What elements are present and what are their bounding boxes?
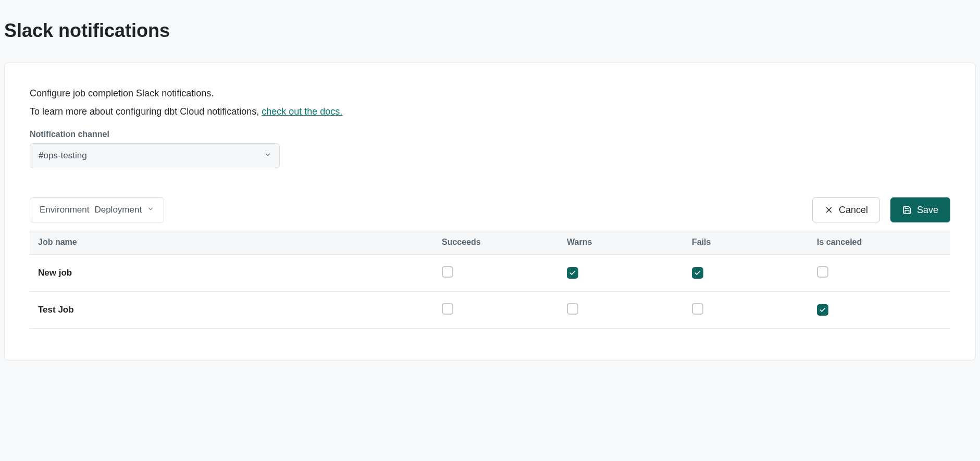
checkbox-warns[interactable]: [567, 303, 578, 315]
col-header-fails: Fails: [692, 238, 817, 247]
description-line-2: To learn more about configuring dbt Clou…: [30, 106, 950, 117]
page-title: Slack notifications: [4, 20, 976, 42]
settings-card: Configure job completion Slack notificat…: [4, 63, 976, 360]
table-row: Test Job: [30, 292, 950, 329]
environment-filter[interactable]: Environment Deployment: [30, 197, 164, 222]
cancel-button[interactable]: Cancel: [812, 197, 880, 222]
job-name-cell: New job: [38, 268, 442, 278]
col-header-succeeds: Succeeds: [442, 238, 567, 247]
checkbox-warns[interactable]: [567, 267, 578, 279]
checkbox-canceled[interactable]: [817, 304, 828, 316]
col-header-warns: Warns: [567, 238, 692, 247]
chevron-down-icon: [147, 205, 154, 215]
col-header-name: Job name: [38, 238, 442, 247]
close-icon: [824, 205, 834, 215]
jobs-table: Job name Succeeds Warns Fails Is cancele…: [30, 230, 950, 329]
checkbox-fails[interactable]: [692, 303, 703, 315]
environment-filter-label: Environment: [40, 205, 89, 215]
save-button[interactable]: Save: [890, 197, 950, 222]
checkbox-succeeds[interactable]: [442, 266, 453, 278]
table-row: New job: [30, 255, 950, 292]
environment-filter-value: Deployment: [94, 205, 142, 215]
save-icon: [902, 205, 912, 215]
description-line-1: Configure job completion Slack notificat…: [30, 88, 950, 99]
job-name-cell: Test Job: [38, 305, 442, 315]
cancel-button-label: Cancel: [839, 205, 868, 216]
save-button-label: Save: [917, 205, 938, 216]
checkbox-succeeds[interactable]: [442, 303, 453, 315]
docs-link[interactable]: check out the docs.: [262, 106, 342, 117]
channel-select[interactable]: #ops-testing: [30, 143, 280, 168]
checkbox-fails[interactable]: [692, 267, 703, 279]
channel-label: Notification channel: [30, 130, 950, 139]
description-line-2-prefix: To learn more about configuring dbt Clou…: [30, 106, 262, 117]
checkbox-canceled[interactable]: [817, 266, 828, 278]
table-header-row: Job name Succeeds Warns Fails Is cancele…: [30, 230, 950, 255]
channel-value: #ops-testing: [39, 151, 87, 161]
col-header-canceled: Is canceled: [817, 238, 942, 247]
